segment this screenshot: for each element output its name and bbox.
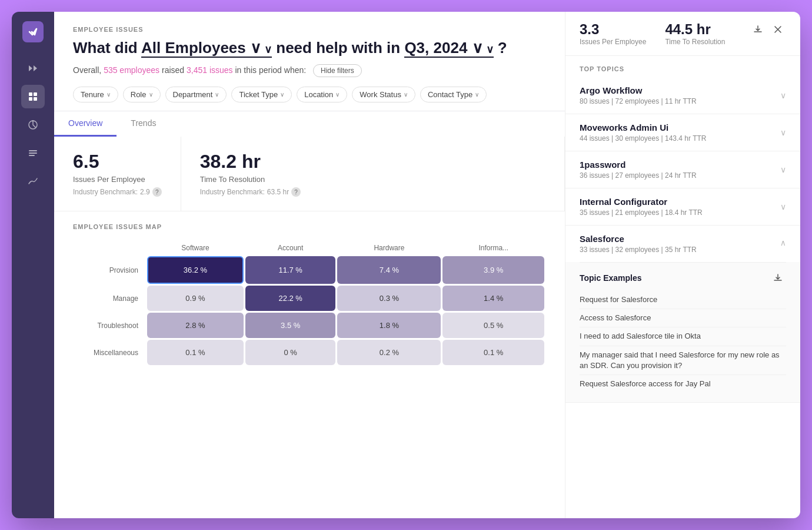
tenure-chevron: ∨ bbox=[107, 91, 111, 98]
topic-argo-header[interactable]: Argo Workflow 80 issues | 72 employees |… bbox=[565, 77, 800, 114]
topic-item-1password: 1password 36 issues | 27 employees | 24 … bbox=[565, 151, 800, 188]
sidebar-item-grid[interactable] bbox=[21, 85, 45, 108]
topic-salesforce-title: Salesforce bbox=[580, 234, 697, 244]
issues-per-employee-value: 6.5 bbox=[73, 151, 162, 173]
cell-miscellaneous-information[interactable]: 0.1 % bbox=[442, 340, 544, 365]
map-section: EMPLOYEE ISSUES MAP Software Account Har… bbox=[54, 211, 565, 518]
cell-troubleshoot-software[interactable]: 2.8 % bbox=[147, 313, 244, 338]
filters-row: Tenure ∨ Role ∨ Department ∨ Ticket Type… bbox=[73, 87, 546, 111]
svg-rect-6 bbox=[29, 153, 37, 154]
filter-department[interactable]: Department ∨ bbox=[165, 87, 227, 102]
topic-argo-title: Argo Workflow bbox=[580, 85, 697, 95]
sidebar-item-list[interactable] bbox=[21, 141, 45, 165]
cell-provision-hardware[interactable]: 7.4 % bbox=[337, 256, 441, 284]
panel-ttr-value: 44.5 hr bbox=[665, 21, 725, 38]
panel-ipe-value: 3.3 bbox=[580, 21, 646, 38]
cell-miscellaneous-hardware[interactable]: 0.2 % bbox=[337, 340, 441, 365]
location-chevron: ∨ bbox=[335, 91, 340, 98]
ttr-label: Time To Resolution bbox=[200, 175, 545, 184]
row-label-provision: Provision bbox=[75, 256, 145, 284]
issues-per-employee-benchmark: Industry Benchmark: 2.9 ? bbox=[73, 187, 162, 197]
sidebar bbox=[12, 12, 54, 518]
table-row: Manage 0.9 % 22.2 % 0.3 % 1.4 % bbox=[75, 286, 544, 311]
filter-role[interactable]: Role ∨ bbox=[123, 87, 161, 102]
col-information: Informa... bbox=[442, 241, 544, 254]
row-label-manage: Manage bbox=[75, 286, 145, 311]
cell-troubleshoot-account[interactable]: 3.5 % bbox=[245, 313, 336, 338]
sidebar-logo[interactable] bbox=[22, 21, 44, 42]
ttr-benchmark-help-icon[interactable]: ? bbox=[291, 187, 301, 197]
topic-salesforce-header[interactable]: Salesforce 33 issues | 32 employees | 35… bbox=[565, 226, 800, 262]
topic-1password-title: 1password bbox=[580, 160, 697, 170]
sidebar-item-analytics[interactable] bbox=[21, 113, 45, 137]
hide-filters-button[interactable]: Hide filters bbox=[313, 64, 362, 77]
cell-miscellaneous-account[interactable]: 0 % bbox=[245, 340, 336, 365]
example-4: My manager said that I need Salesforce f… bbox=[580, 346, 786, 375]
cell-manage-software[interactable]: 0.9 % bbox=[147, 286, 244, 311]
issues-count: 3,451 issues bbox=[187, 65, 233, 75]
department-chevron: ∨ bbox=[215, 91, 219, 98]
topic-internal-configurator-header[interactable]: Internal Configurator 35 issues | 21 emp… bbox=[565, 188, 800, 225]
topic-1password-chevron: ∨ bbox=[780, 165, 786, 174]
role-chevron: ∨ bbox=[149, 91, 153, 98]
ttr-value: 38.2 hr bbox=[200, 151, 545, 173]
cell-provision-account[interactable]: 11.7 % bbox=[245, 256, 336, 284]
work-status-chevron: ∨ bbox=[404, 91, 408, 98]
topic-item-internal-configurator: Internal Configurator 35 issues | 21 emp… bbox=[565, 188, 800, 226]
cell-manage-account[interactable]: 22.2 % bbox=[245, 286, 336, 311]
cell-provision-information[interactable]: 3.9 % bbox=[442, 256, 544, 284]
filter-location[interactable]: Location ∨ bbox=[297, 87, 347, 102]
title-subject-dropdown[interactable]: All Employees ∨ bbox=[141, 39, 272, 58]
title-period-dropdown[interactable]: Q3, 2024 ∨ bbox=[404, 39, 493, 58]
sidebar-item-fastforward[interactable] bbox=[21, 57, 45, 80]
svg-rect-7 bbox=[29, 155, 35, 156]
topic-moveworks-header[interactable]: Moveworks Admin Ui 44 issues | 30 employ… bbox=[565, 114, 800, 151]
contact-type-chevron: ∨ bbox=[475, 91, 479, 98]
topic-item-argo: Argo Workflow 80 issues | 72 employees |… bbox=[565, 77, 800, 114]
benchmark-help-icon[interactable]: ? bbox=[152, 187, 162, 197]
topic-item-salesforce: Salesforce 33 issues | 32 employees | 35… bbox=[565, 226, 800, 403]
svg-rect-0 bbox=[29, 92, 32, 96]
main-content: EMPLOYEE ISSUES What did All Employees ∨… bbox=[54, 12, 565, 518]
svg-rect-2 bbox=[29, 97, 32, 101]
panel-ttr-label: Time To Resolution bbox=[665, 38, 725, 46]
filter-ticket-type[interactable]: Ticket Type ∨ bbox=[231, 87, 292, 102]
topic-moveworks-title: Moveworks Admin Ui bbox=[580, 122, 706, 132]
topic-salesforce-chevron: ∨ bbox=[780, 239, 786, 249]
example-1: Request for Salesforce bbox=[580, 291, 786, 309]
topic-salesforce-expanded: Topic Examples Request for Salesforce Ac… bbox=[565, 262, 800, 402]
panel-download-button[interactable] bbox=[750, 21, 766, 38]
filter-tenure[interactable]: Tenure ∨ bbox=[73, 87, 118, 102]
cell-troubleshoot-information[interactable]: 0.5 % bbox=[442, 313, 544, 338]
svg-rect-1 bbox=[34, 92, 37, 96]
cell-manage-information[interactable]: 1.4 % bbox=[442, 286, 544, 311]
tab-overview[interactable]: Overview bbox=[54, 111, 117, 137]
cell-manage-hardware[interactable]: 0.3 % bbox=[337, 286, 441, 311]
topic-1password-header[interactable]: 1password 36 issues | 27 employees | 24 … bbox=[565, 151, 800, 188]
title-prefix: What did bbox=[73, 39, 138, 57]
topic-examples-download-button[interactable] bbox=[770, 270, 786, 286]
topic-internal-configurator-meta: 35 issues | 21 employees | 18.4 hr TTR bbox=[580, 208, 703, 217]
panel-close-button[interactable] bbox=[770, 21, 786, 38]
svg-rect-5 bbox=[29, 150, 37, 151]
tab-trends[interactable]: Trends bbox=[117, 111, 170, 137]
title-middle: need help with in bbox=[276, 39, 400, 57]
filter-work-status[interactable]: Work Status ∨ bbox=[352, 87, 415, 102]
ttr-benchmark: Industry Benchmark: 63.5 hr ? bbox=[200, 187, 545, 197]
sidebar-item-chart[interactable] bbox=[21, 170, 45, 193]
panel-metric-ttr: 44.5 hr Time To Resolution bbox=[665, 21, 725, 46]
row-label-miscellaneous: Miscellaneous bbox=[75, 340, 145, 365]
col-software: Software bbox=[147, 241, 244, 254]
employees-count: 535 employees bbox=[104, 65, 159, 75]
panel-metrics: 3.3 Issues Per Employee 44.5 hr Time To … bbox=[580, 21, 725, 46]
col-hardware: Hardware bbox=[337, 241, 441, 254]
svg-rect-3 bbox=[34, 97, 37, 101]
cell-troubleshoot-hardware[interactable]: 1.8 % bbox=[337, 313, 441, 338]
topic-salesforce-meta: 33 issues | 32 employees | 35 hr TTR bbox=[580, 246, 697, 254]
example-5: Request Salesforce access for Jay Pal bbox=[580, 375, 786, 393]
cell-provision-software[interactable]: 36.2 % bbox=[147, 256, 244, 284]
cell-miscellaneous-software[interactable]: 0.1 % bbox=[147, 340, 244, 365]
col-account: Account bbox=[245, 241, 336, 254]
filter-contact-type[interactable]: Contact Type ∨ bbox=[420, 87, 487, 102]
topic-internal-configurator-title: Internal Configurator bbox=[580, 197, 703, 207]
